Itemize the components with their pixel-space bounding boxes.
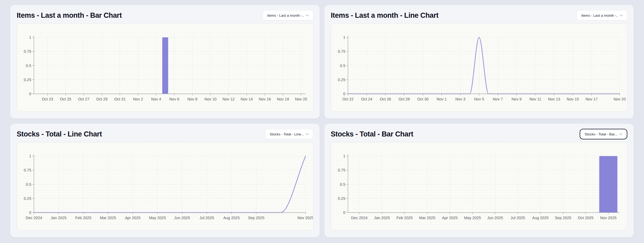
panel-title: Items - Last a month - Line Chart xyxy=(331,10,439,20)
svg-text:Apr 2025: Apr 2025 xyxy=(125,216,141,220)
svg-text:Nov 18: Nov 18 xyxy=(277,97,289,101)
dropdown-selected-value: Stocks - Total - Line... xyxy=(270,132,304,136)
svg-text:Nov 2025: Nov 2025 xyxy=(600,216,616,220)
svg-text:0.25: 0.25 xyxy=(24,196,31,201)
dropdown-selected-value: Items - Last a month -.. xyxy=(267,14,304,17)
card-header: Items - Last a month - Bar Chart Items -… xyxy=(17,10,313,20)
chart-card: Items - Last a month - Line Chart Items … xyxy=(324,5,634,119)
svg-text:Nov 6: Nov 6 xyxy=(169,97,179,101)
svg-text:Jan 2025: Jan 2025 xyxy=(374,216,390,220)
svg-text:Nov 15: Nov 15 xyxy=(567,97,579,101)
svg-text:Oct 23: Oct 23 xyxy=(42,97,53,101)
chart-card: Stocks - Total - Line Chart Stocks - Tot… xyxy=(10,124,320,237)
svg-text:Nov 10: Nov 10 xyxy=(204,97,217,101)
svg-text:Nov 20: Nov 20 xyxy=(614,97,626,101)
svg-text:Sep 2025: Sep 2025 xyxy=(555,216,571,220)
card-header: Items - Last a month - Line Chart Items … xyxy=(331,10,627,20)
chevron-down-icon xyxy=(306,133,309,135)
svg-text:Oct 29: Oct 29 xyxy=(96,97,108,101)
svg-text:0.25: 0.25 xyxy=(24,78,31,82)
svg-text:Oct 26: Oct 26 xyxy=(380,97,391,101)
svg-text:0.75: 0.75 xyxy=(338,168,345,172)
svg-text:0.5: 0.5 xyxy=(26,64,31,68)
svg-text:Nov 2: Nov 2 xyxy=(133,97,143,101)
svg-text:1: 1 xyxy=(29,35,31,39)
svg-text:Nov 14: Nov 14 xyxy=(241,97,253,101)
svg-text:Nov 20: Nov 20 xyxy=(295,97,307,101)
svg-text:Feb 2025: Feb 2025 xyxy=(396,216,413,220)
chart-select-dropdown[interactable]: Items - Last a month -.. xyxy=(263,10,313,20)
chart-select-dropdown[interactable]: Items - Last a month -.. xyxy=(577,10,627,20)
svg-text:Nov 17: Nov 17 xyxy=(585,97,598,101)
svg-text:0: 0 xyxy=(29,210,31,215)
svg-text:Oct 30: Oct 30 xyxy=(417,97,429,101)
svg-text:Nov 9: Nov 9 xyxy=(512,97,522,101)
svg-text:Nov 1: Nov 1 xyxy=(437,97,447,101)
svg-text:0.5: 0.5 xyxy=(340,182,345,187)
svg-text:0.75: 0.75 xyxy=(338,49,345,54)
svg-text:Nov 12: Nov 12 xyxy=(222,97,235,101)
chart-container: 00.250.50.751Oct 23Oct 25Oct 27Oct 29Oct… xyxy=(17,23,313,112)
svg-text:Oct 31: Oct 31 xyxy=(114,97,126,101)
svg-text:Aug 2025: Aug 2025 xyxy=(532,216,549,220)
svg-text:Nov 16: Nov 16 xyxy=(259,97,271,101)
dashboard-page: Items - Last a month - Bar Chart Items -… xyxy=(0,0,644,243)
svg-text:Nov 3: Nov 3 xyxy=(455,97,466,101)
svg-text:Nov 8: Nov 8 xyxy=(187,97,198,101)
chart-container: 00.250.50.751Dec 2024Jan 2025Feb 2025Mar… xyxy=(331,142,627,230)
svg-text:0.5: 0.5 xyxy=(26,182,31,187)
card-header: Stocks - Total - Bar Chart Stocks - Tota… xyxy=(331,129,627,139)
svg-text:Oct 28: Oct 28 xyxy=(399,97,410,101)
svg-text:0.75: 0.75 xyxy=(24,49,31,54)
svg-text:0: 0 xyxy=(343,92,345,96)
dropdown-selected-value: Stocks - Total - Bar... xyxy=(585,132,618,136)
svg-text:0: 0 xyxy=(29,92,31,96)
svg-text:1: 1 xyxy=(343,35,345,39)
svg-text:1: 1 xyxy=(29,154,31,158)
bar-chart-svg: 00.250.50.751Oct 23Oct 25Oct 27Oct 29Oct… xyxy=(17,24,313,111)
svg-text:Jul 2025: Jul 2025 xyxy=(511,216,525,220)
line-chart-svg: 00.250.50.751Oct 22Oct 24Oct 26Oct 28Oct… xyxy=(331,24,627,111)
svg-text:May 2025: May 2025 xyxy=(149,216,166,220)
panel-title: Stocks - Total - Bar Chart xyxy=(331,129,413,139)
chart-card: Items - Last a month - Bar Chart Items -… xyxy=(10,5,320,119)
svg-text:0.25: 0.25 xyxy=(338,196,345,201)
bar-chart-svg: 00.250.50.751Dec 2024Jan 2025Feb 2025Mar… xyxy=(331,142,627,230)
chart-select-dropdown[interactable]: Stocks - Total - Bar... xyxy=(580,129,627,139)
svg-text:Oct 24: Oct 24 xyxy=(361,97,372,101)
svg-text:Aug 2025: Aug 2025 xyxy=(223,216,240,220)
svg-text:0: 0 xyxy=(343,210,345,215)
card-header: Stocks - Total - Line Chart Stocks - Tot… xyxy=(17,129,313,139)
svg-text:1: 1 xyxy=(343,154,345,158)
svg-text:May 2025: May 2025 xyxy=(464,216,481,220)
svg-text:Feb 2025: Feb 2025 xyxy=(75,216,91,220)
svg-text:Dec 2024: Dec 2024 xyxy=(351,216,368,220)
svg-text:Oct 2025: Oct 2025 xyxy=(578,216,593,220)
svg-text:Oct 22: Oct 22 xyxy=(342,97,354,101)
svg-text:Dec 2024: Dec 2024 xyxy=(26,216,42,220)
chart-container: 00.250.50.751Oct 22Oct 24Oct 26Oct 28Oct… xyxy=(331,23,627,112)
svg-text:Jul 2025: Jul 2025 xyxy=(199,216,214,220)
svg-text:Jun 2025: Jun 2025 xyxy=(487,216,503,220)
svg-text:Nov 13: Nov 13 xyxy=(548,97,560,101)
svg-text:Oct 25: Oct 25 xyxy=(60,97,71,101)
panel-title: Items - Last a month - Bar Chart xyxy=(17,10,122,20)
svg-text:0.5: 0.5 xyxy=(340,64,345,68)
svg-text:Nov 7: Nov 7 xyxy=(493,97,503,101)
chevron-down-icon xyxy=(306,15,309,16)
dropdown-selected-value: Items - Last a month -.. xyxy=(581,14,618,17)
svg-text:Jan 2025: Jan 2025 xyxy=(51,216,66,220)
svg-text:Nov 4: Nov 4 xyxy=(151,97,161,101)
chart-container: 00.250.50.751Dec 2024Jan 2025Feb 2025Mar… xyxy=(17,142,313,230)
panel-title: Stocks - Total - Line Chart xyxy=(17,129,102,139)
svg-text:Nov 5: Nov 5 xyxy=(474,97,484,101)
svg-text:0.25: 0.25 xyxy=(338,78,345,82)
svg-text:Apr 2025: Apr 2025 xyxy=(442,216,458,220)
svg-text:Jun 2025: Jun 2025 xyxy=(174,216,190,220)
svg-text:0.75: 0.75 xyxy=(24,168,31,172)
svg-text:Mar 2025: Mar 2025 xyxy=(100,216,116,220)
line-chart-svg: 00.250.50.751Dec 2024Jan 2025Feb 2025Mar… xyxy=(17,142,313,230)
svg-text:Sep 2025: Sep 2025 xyxy=(248,216,264,220)
svg-text:Mar 2025: Mar 2025 xyxy=(419,216,435,220)
chart-select-dropdown[interactable]: Stocks - Total - Line... xyxy=(265,129,313,139)
